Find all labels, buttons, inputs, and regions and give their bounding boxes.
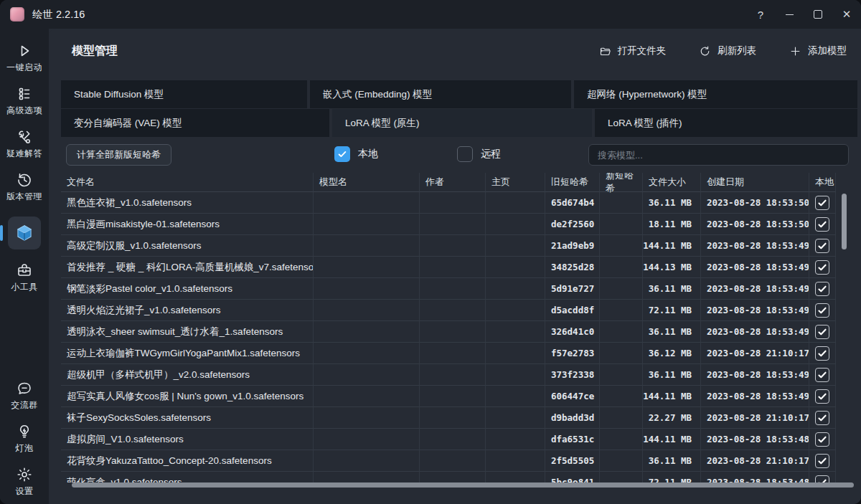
- app-window: 绘世 2.2.16 ? ✕ 一键启动 高级选项: [0, 0, 861, 504]
- column-header[interactable]: 创建日期: [701, 173, 809, 192]
- cell-new_hash: [600, 364, 643, 386]
- row-local-checkbox[interactable]: [815, 454, 829, 468]
- row-local-checkbox[interactable]: [815, 411, 829, 425]
- row-local-checkbox[interactable]: [815, 346, 829, 361]
- table-row[interactable]: 袜子SexySocksSoles.safetensorsd9badd3d22.2…: [61, 407, 857, 429]
- add-model-button[interactable]: 添加模型: [789, 44, 847, 57]
- tab-lora-plugin[interactable]: LoRA 模型 (插件): [595, 109, 857, 137]
- cell-created: 2023-08-28 18:53:48: [701, 472, 809, 482]
- cell-filename: 虚拟房间_V1.0.safetensors: [61, 429, 314, 450]
- check-icon: [817, 370, 827, 380]
- row-local-checkbox[interactable]: [815, 389, 829, 404]
- table-row[interactable]: 透明泳衣_sheer swimsuit_透け水着_1.safetensors32…: [61, 321, 857, 343]
- titlebar: 绘世 2.2.16 ? ✕: [0, 0, 861, 29]
- refresh-list-button[interactable]: 刷新列表: [699, 44, 756, 57]
- cell-author: [420, 364, 486, 386]
- minimize-button[interactable]: [775, 0, 804, 29]
- column-header[interactable]: 新短哈希: [600, 173, 643, 192]
- table-row[interactable]: 超写实真人风修女cos服 | Nun's gown_v1.0.safetenso…: [61, 386, 857, 407]
- compute-hash-button[interactable]: 计算全部新版短哈希: [66, 144, 171, 166]
- column-header[interactable]: 主页: [486, 173, 545, 192]
- header-actions: 打开文件夹 刷新列表 添加模型: [599, 44, 847, 57]
- remote-label: 远程: [481, 148, 501, 161]
- sidebar-item-version[interactable]: 版本管理: [0, 166, 49, 209]
- open-folder-button[interactable]: 打开文件夹: [599, 44, 667, 57]
- check-icon: [817, 434, 827, 444]
- help-button[interactable]: ?: [746, 0, 775, 29]
- row-local-checkbox[interactable]: [815, 196, 829, 210]
- row-local-checkbox[interactable]: [815, 303, 829, 318]
- maximize-button[interactable]: [804, 0, 832, 29]
- add-model-label: 添加模型: [808, 44, 847, 57]
- tab-lora-native[interactable]: LoRA 模型 (原生): [332, 109, 592, 137]
- search-input[interactable]: [588, 144, 849, 166]
- cell-model_name: [314, 429, 420, 450]
- column-header[interactable]: 文件大小: [643, 173, 701, 192]
- cell-model_name: [314, 214, 420, 235]
- row-local-checkbox[interactable]: [815, 260, 829, 275]
- cell-old_hash: 326d41c0: [545, 321, 600, 343]
- cell-local: [809, 429, 836, 450]
- local-checkbox[interactable]: [334, 146, 350, 162]
- app-title: 绘世 2.2.16: [32, 8, 85, 22]
- row-local-checkbox[interactable]: [815, 325, 829, 339]
- tab-embedding[interactable]: 嵌入式 (Embedding) 模型: [310, 80, 571, 108]
- tab-vae[interactable]: 变分自编码器 (VAE) 模型: [61, 109, 329, 137]
- cell-size: 72.11 MB: [643, 300, 701, 321]
- table-row[interactable]: 钢笔淡彩Pastel color_v1.0.safetensors5d91e72…: [61, 278, 857, 300]
- vertical-scrollbar-thumb[interactable]: [842, 194, 847, 249]
- sidebar-item-advanced[interactable]: 高级选项: [0, 80, 49, 123]
- row-local-checkbox[interactable]: [815, 475, 829, 483]
- column-header[interactable]: 文件名: [61, 173, 314, 192]
- horizontal-scrollbar-thumb[interactable]: [72, 482, 854, 488]
- row-local-checkbox[interactable]: [815, 282, 829, 296]
- cell-homepage: [486, 450, 545, 472]
- table-row[interactable]: 高级定制汉服_v1.0.safetensors21ad9eb9144.11 MB…: [61, 235, 857, 257]
- sidebar-item-bulb[interactable]: 灯泡: [0, 418, 49, 461]
- local-filter: 本地: [334, 146, 378, 162]
- row-local-checkbox[interactable]: [815, 217, 829, 232]
- cell-created: 2023-08-28 18:53:49: [701, 386, 809, 407]
- tab-stable-diffusion[interactable]: Stable Diffusion 模型: [61, 80, 307, 108]
- row-local-checkbox[interactable]: [815, 432, 829, 447]
- sidebar-item-troubleshoot[interactable]: 疑难解答: [0, 123, 49, 166]
- table-row[interactable]: 超级机甲（多样式机甲）_v2.0.safetensors373f233836.1…: [61, 364, 857, 386]
- cell-old_hash: de2f2560: [545, 214, 600, 235]
- sidebar-item-settings[interactable]: 设置: [0, 461, 49, 504]
- remote-checkbox[interactable]: [457, 146, 473, 162]
- sidebar-item-launch[interactable]: 一键启动: [0, 37, 49, 80]
- row-local-checkbox[interactable]: [815, 368, 829, 382]
- row-gutter: [836, 343, 857, 364]
- column-header[interactable]: 旧短哈希: [545, 173, 600, 192]
- sidebar-item-models-active[interactable]: [8, 217, 41, 249]
- table-row[interactable]: 运动上衣瑜伽裤TWGymGirlYogaPantMix1.safetensors…: [61, 343, 857, 364]
- table-row[interactable]: 黑色连衣裙_v1.0.safetensors65d674b436.11 MB20…: [61, 192, 857, 214]
- cell-author: [420, 450, 486, 472]
- column-header[interactable]: 本地: [809, 173, 836, 192]
- table-row[interactable]: 花背纹身YakuzaTattoo_Concept-20.safetensors2…: [61, 450, 857, 472]
- cell-homepage: [486, 407, 545, 429]
- table-row[interactable]: 透明火焰泛光裙子_v1.0.safetensorsd5acdd8f72.11 M…: [61, 300, 857, 321]
- sidebar-item-tools[interactable]: 小工具: [0, 257, 49, 300]
- row-gutter: [836, 472, 857, 482]
- row-local-checkbox[interactable]: [815, 239, 829, 253]
- column-header[interactable]: 模型名: [314, 173, 420, 192]
- tab-hypernetwork[interactable]: 超网络 (Hypernetwork) 模型: [574, 80, 857, 108]
- cell-new_hash: [600, 300, 643, 321]
- table-body: 黑色连衣裙_v1.0.safetensors65d674b436.11 MB20…: [61, 192, 857, 482]
- cell-model_name: [314, 278, 420, 300]
- cell-old_hash: f57e2783: [545, 343, 600, 364]
- cell-size: 18.11 MB: [643, 214, 701, 235]
- table-row[interactable]: 首发推荐 _ 硬糖 _ 科幻LORA-高质量机械娘_v7.safetensors…: [61, 257, 857, 278]
- table-row[interactable]: 黑白漫画misakistyle-01.safetensorsde2f256018…: [61, 214, 857, 235]
- sidebar-item-community[interactable]: 交流群: [0, 375, 49, 418]
- table-row[interactable]: 萌化盲盒_v1.0.safetensors5bc9e84172.11 MB202…: [61, 472, 857, 482]
- row-gutter: [836, 321, 857, 343]
- close-button[interactable]: ✕: [832, 0, 861, 29]
- cell-old_hash: 373f2338: [545, 364, 600, 386]
- cell-local: [809, 257, 836, 278]
- table-row[interactable]: 虚拟房间_V1.0.safetensorsdfa6531c144.11 MB20…: [61, 429, 857, 450]
- cell-size: 36.11 MB: [643, 192, 701, 214]
- column-header[interactable]: 作者: [420, 173, 486, 192]
- cell-local: [809, 192, 836, 214]
